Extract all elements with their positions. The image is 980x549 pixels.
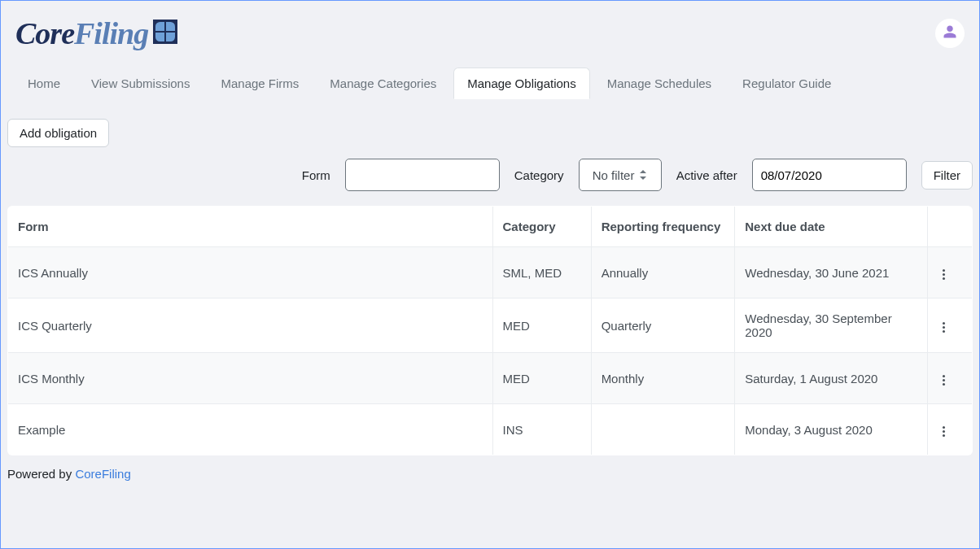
table-row: ICS Annually SML, MED Annually Wednesday…: [8, 247, 973, 298]
brand-logo: CoreFiling: [15, 15, 177, 51]
nav-manage-obligations[interactable]: Manage Obligations: [453, 68, 589, 99]
nav-manage-categories[interactable]: Manage Categories: [316, 68, 450, 99]
nav-manage-schedules-label: Manage Schedules: [607, 76, 711, 90]
active-after-label: Active after: [676, 168, 737, 182]
nav-manage-categories-label: Manage Categories: [330, 76, 436, 90]
brand-core: Core: [15, 15, 74, 51]
cell-form: ICS Monthly: [8, 353, 493, 404]
row-actions-button[interactable]: [938, 370, 950, 390]
footer-text: Powered by: [7, 467, 75, 481]
main-nav: Home View Submissions Manage Firms Manag…: [7, 51, 973, 99]
user-menu-button[interactable]: [935, 19, 965, 48]
add-obligation-button[interactable]: Add obligation: [7, 119, 109, 147]
cell-due: Wednesday, 30 September 2020: [735, 298, 928, 353]
cell-category: MED: [492, 298, 591, 353]
form-filter-input[interactable]: [345, 159, 500, 191]
filter-button[interactable]: Filter: [921, 161, 973, 190]
active-after-input[interactable]: [752, 159, 907, 191]
row-actions-button[interactable]: [938, 264, 950, 285]
nav-home[interactable]: Home: [14, 68, 74, 99]
cell-due: Wednesday, 30 June 2021: [735, 247, 928, 298]
nav-regulator-guide[interactable]: Regulator Guide: [728, 68, 845, 99]
nav-manage-obligations-label: Manage Obligations: [467, 76, 575, 90]
brand-logo-mark: [153, 20, 177, 44]
col-header-due: Next due date: [735, 207, 928, 247]
row-actions-button[interactable]: [938, 421, 950, 442]
cell-frequency: Quarterly: [591, 298, 735, 353]
cell-category: MED: [492, 353, 591, 404]
cell-frequency: [591, 404, 735, 455]
nav-manage-schedules[interactable]: Manage Schedules: [593, 68, 725, 99]
col-header-category: Category: [492, 207, 591, 247]
user-icon: [943, 24, 957, 42]
cell-form: Example: [8, 404, 493, 455]
cell-due: Saturday, 1 August 2020: [735, 353, 928, 404]
footer-link[interactable]: CoreFiling: [75, 467, 130, 481]
col-header-actions: [928, 207, 973, 247]
obligations-table: Form Category Reporting frequency Next d…: [7, 206, 973, 455]
cell-form: ICS Annually: [8, 247, 493, 298]
nav-manage-firms[interactable]: Manage Firms: [207, 68, 313, 99]
col-header-frequency: Reporting frequency: [591, 207, 735, 247]
cell-frequency: Annually: [591, 247, 735, 298]
category-filter-select[interactable]: No filter: [579, 159, 662, 191]
cell-due: Monday, 3 August 2020: [735, 404, 928, 455]
col-header-form: Form: [8, 207, 493, 247]
nav-manage-firms-label: Manage Firms: [221, 76, 299, 90]
table-row: Example INS Monday, 3 August 2020: [8, 404, 973, 455]
category-filter-label: Category: [514, 168, 564, 182]
nav-regulator-guide-label: Regulator Guide: [742, 76, 831, 90]
cell-category: INS: [492, 404, 591, 455]
row-actions-button[interactable]: [938, 317, 950, 338]
cell-frequency: Monthly: [591, 353, 735, 404]
cell-form: ICS Quarterly: [8, 298, 493, 353]
table-row: ICS Quarterly MED Quarterly Wednesday, 3…: [8, 298, 973, 353]
category-filter-value: No filter: [593, 168, 635, 182]
brand-filing: Filing: [74, 15, 148, 51]
nav-view-submissions[interactable]: View Submissions: [77, 68, 203, 99]
form-filter-label: Form: [302, 168, 330, 182]
nav-view-submissions-label: View Submissions: [91, 76, 190, 90]
table-row: ICS Monthly MED Monthly Saturday, 1 Augu…: [8, 353, 973, 404]
sort-icon: [639, 168, 647, 182]
nav-home-label: Home: [28, 76, 60, 90]
cell-category: SML, MED: [492, 247, 591, 298]
footer: Powered by CoreFiling: [7, 455, 973, 481]
